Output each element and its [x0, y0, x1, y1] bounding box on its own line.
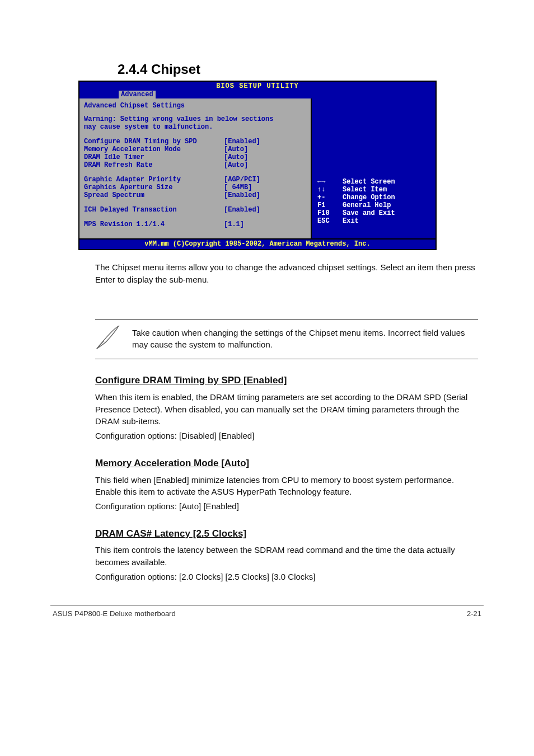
intro-paragraph: The Chipset menu items allow you to chan… — [95, 261, 478, 286]
bios-setting-value[interactable]: [Auto] — [224, 145, 248, 153]
bios-setting-value[interactable]: [Enabled] — [224, 206, 260, 214]
bios-setting-value[interactable]: [AGP/PCI] — [224, 176, 260, 184]
document-body: The Chipset menu items allow you to chan… — [95, 261, 478, 583]
tab-advanced[interactable]: Advanced — [119, 91, 156, 98]
bios-setting-value[interactable]: [1.1] — [224, 220, 244, 228]
bios-setting-value[interactable]: [Auto] — [224, 161, 248, 169]
legend-row: F10Save and Exit — [317, 209, 395, 217]
bios-setting-row[interactable]: Configure DRAM Timing by SPD [Enabled] — [84, 138, 306, 145]
legend-row: F1General Help — [317, 201, 395, 209]
item-config: Configuration options: [Auto] [Enabled] — [95, 500, 478, 513]
bios-tab-row: Advanced — [79, 91, 435, 98]
bios-main-panel: Advanced Chipset Settings Warning: Setti… — [79, 98, 312, 238]
bios-setting-row[interactable]: Memory Acceleration Mode [Auto] — [84, 145, 306, 153]
item-config: Configuration options: [Disabled] [Enabl… — [95, 430, 478, 442]
item-body: When this item is enabled, the DRAM timi… — [95, 391, 478, 428]
item-title: DRAM CAS# Latency [2.5 Clocks] — [95, 527, 478, 541]
item-title: Configure DRAM Timing by SPD [Enabled] — [95, 374, 478, 388]
bios-setting-value[interactable]: [Enabled] — [224, 138, 260, 145]
note-text: Take caution when changing the settings … — [132, 325, 478, 351]
bios-window: BIOS SETUP UTILITY Advanced Advanced Chi… — [78, 81, 437, 250]
bios-setting-label: ICH Delayed Transaction — [84, 206, 224, 214]
legend-row: +-Change Option — [317, 194, 395, 201]
bios-warning: Warning: Setting wrong values in below s… — [84, 115, 306, 131]
bios-warning-line: Warning: Setting wrong values in below s… — [84, 115, 306, 123]
bios-setting-label: DRAM Idle Timer — [84, 153, 224, 161]
bios-setting-row[interactable]: ICH Delayed Transaction [Enabled] — [84, 206, 306, 214]
item-body: This item controls the latency between t… — [95, 544, 478, 569]
bios-setting-label: DRAM Refresh Rate — [84, 161, 224, 169]
note-block: Take caution when changing the settings … — [95, 320, 478, 360]
bios-setting-row[interactable]: Graphic Adapter Priority [AGP/PCI] — [84, 176, 306, 184]
footer-right: 2-21 — [467, 609, 481, 618]
bios-setting-label: MPS Revision 1.1/1.4 — [84, 220, 224, 228]
bios-setting-value[interactable]: [Enabled] — [224, 191, 260, 199]
legend-row: ESCExit — [317, 217, 395, 225]
bios-setting-value[interactable]: [Auto] — [224, 153, 248, 161]
footer-divider — [50, 605, 484, 606]
quill-pen-icon — [95, 325, 121, 354]
bios-setting-row[interactable]: Spread Spectrum [Enabled] — [84, 191, 306, 199]
bios-setting-row[interactable]: Graphics Aperture Size [ 64MB] — [84, 184, 306, 191]
bios-title-bar: BIOS SETUP UTILITY — [79, 82, 435, 91]
item-title: Memory Acceleration Mode [Auto] — [95, 457, 478, 471]
page-footer: ASUS P4P800-E Deluxe motherboard 2-21 — [50, 609, 484, 629]
section-title: 2.4.4 Chipset — [118, 62, 484, 77]
bios-setting-label: Graphic Adapter Priority — [84, 176, 224, 184]
bios-legend: ←→Select Screen ↑↓Select Item +-Change O… — [317, 178, 395, 225]
bios-warning-line: may cause system to malfunction. — [84, 123, 306, 131]
bios-setting-row[interactable]: DRAM Idle Timer [Auto] — [84, 153, 306, 161]
bios-setting-row[interactable]: MPS Revision 1.1/1.4 [1.1] — [84, 220, 306, 228]
bios-setting-label: Configure DRAM Timing by SPD — [84, 138, 224, 145]
bios-setting-value[interactable]: [ 64MB] — [224, 184, 252, 191]
footer-left: ASUS P4P800-E Deluxe motherboard — [53, 609, 176, 618]
bios-footer: vMM.mm (C)Copyright 1985-2002, American … — [79, 238, 435, 249]
legend-row: ←→Select Screen — [317, 178, 395, 186]
bios-setting-label: Graphics Aperture Size — [84, 184, 224, 191]
item-config: Configuration options: [2.0 Clocks] [2.5… — [95, 571, 478, 583]
bios-panel-heading: Advanced Chipset Settings — [84, 102, 306, 110]
bios-setting-label: Memory Acceleration Mode — [84, 145, 224, 153]
bios-setting-label: Spread Spectrum — [84, 191, 224, 199]
legend-row: ↑↓Select Item — [317, 186, 395, 194]
bios-side-panel: ←→Select Screen ↑↓Select Item +-Change O… — [312, 98, 435, 238]
bios-setting-row[interactable]: DRAM Refresh Rate [Auto] — [84, 161, 306, 169]
item-body: This field when [Enabled] minimize laten… — [95, 474, 478, 499]
